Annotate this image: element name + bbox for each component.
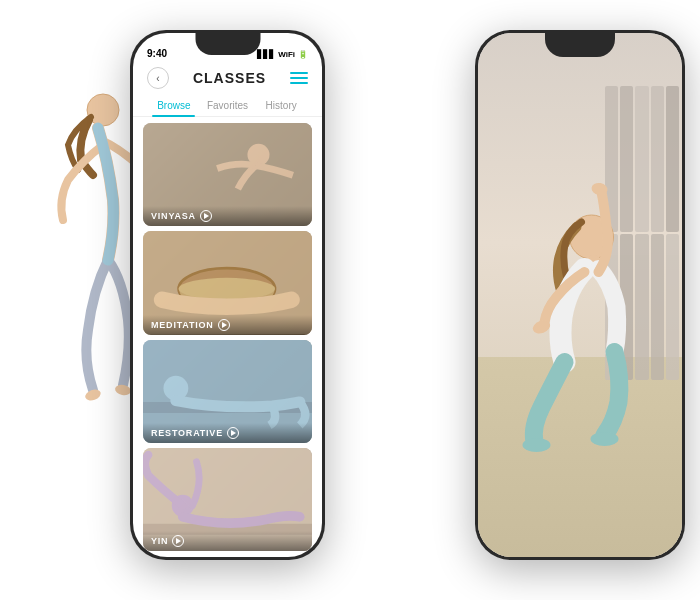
phone-notch-left (195, 33, 260, 55)
phone-right (475, 30, 685, 560)
phone-screen-left: 9:40 ▋▋▋ WiFi 🔋 ‹ CLASSES (133, 33, 322, 557)
yin-overlay: YIN (143, 531, 312, 551)
play-triangle-4 (176, 538, 181, 544)
tab-bar: Browse Favorites History (133, 95, 322, 117)
svg-point-2 (114, 384, 131, 397)
menu-line-3 (290, 82, 308, 84)
yoga-figure-right (487, 177, 657, 477)
tab-favorites[interactable]: Favorites (201, 95, 255, 116)
back-icon: ‹ (156, 73, 159, 84)
meditation-play[interactable] (218, 319, 230, 331)
status-time: 9:40 (147, 48, 167, 59)
class-list: VINYASA (133, 123, 322, 557)
yin-label: YIN (151, 535, 304, 547)
phone-left: 9:40 ▋▋▋ WiFi 🔋 ‹ CLASSES (130, 30, 325, 560)
svg-point-9 (179, 278, 275, 300)
signal-icon: ▋▋▋ (257, 50, 275, 59)
vinyasa-overlay: VINYASA (143, 206, 312, 226)
tab-browse[interactable]: Browse (147, 95, 201, 116)
restorative-overlay: RESTORATIVE (143, 423, 312, 443)
page-title: CLASSES (193, 70, 266, 86)
phone-notch-right (545, 33, 615, 57)
menu-line-1 (290, 72, 308, 74)
meditation-overlay: MEDITATION (143, 315, 312, 335)
back-button[interactable]: ‹ (147, 67, 169, 89)
play-triangle-2 (222, 322, 227, 328)
status-icons: ▋▋▋ WiFi 🔋 (257, 50, 308, 59)
app-header: ‹ CLASSES (133, 63, 322, 95)
meditation-label: MEDITATION (151, 319, 304, 331)
restorative-label: RESTORATIVE (151, 427, 304, 439)
yoga-person-decoration (0, 0, 145, 600)
vinyasa-play[interactable] (200, 210, 212, 222)
yin-play[interactable] (172, 535, 184, 547)
menu-button[interactable] (290, 72, 308, 84)
restorative-play[interactable] (227, 427, 239, 439)
class-card-yin[interactable]: YIN (143, 448, 312, 551)
svg-point-20 (523, 438, 551, 452)
class-card-meditation[interactable]: MEDITATION (143, 231, 312, 334)
wifi-icon: WiFi (278, 50, 295, 59)
svg-point-21 (591, 432, 619, 446)
menu-line-2 (290, 77, 308, 79)
play-triangle (204, 213, 209, 219)
class-card-vinyasa[interactable]: VINYASA (143, 123, 312, 226)
tab-history[interactable]: History (254, 95, 308, 116)
yoga-scene-display (478, 33, 682, 557)
vinyasa-label: VINYASA (151, 210, 304, 222)
scene: 9:40 ▋▋▋ WiFi 🔋 ‹ CLASSES (0, 0, 700, 600)
battery-icon: 🔋 (298, 50, 308, 59)
class-card-restorative[interactable]: RESTORATIVE (143, 340, 312, 443)
play-triangle-3 (231, 430, 236, 436)
